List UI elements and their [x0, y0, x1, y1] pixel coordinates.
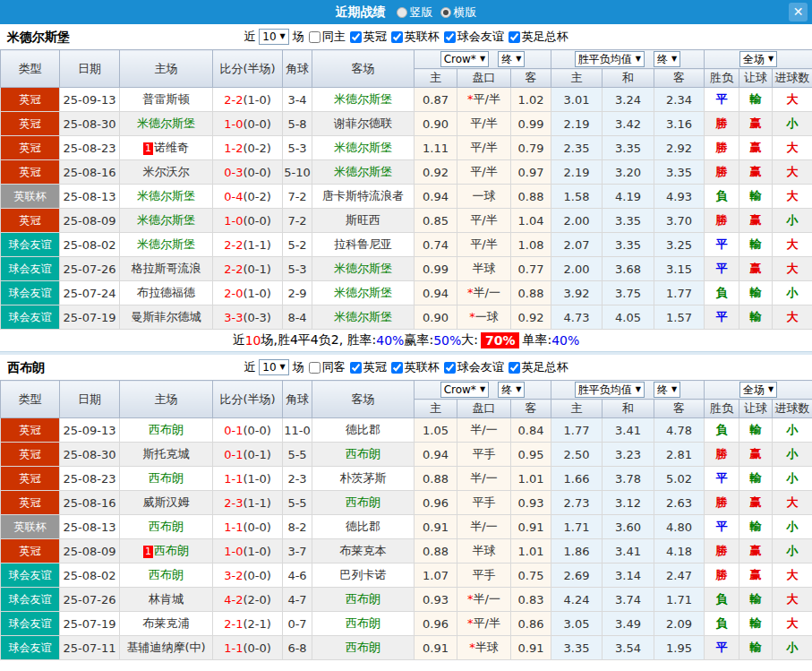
avg-home-odds: 1.58 — [551, 185, 603, 209]
avg-home-odds: 1.66 — [551, 467, 603, 491]
away-team: 德比郡 — [312, 418, 415, 443]
result-cell: 勝 — [705, 443, 739, 467]
match-row: 球会友谊25-07-24布拉德福德2-0(1-0)2-9米德尔斯堡0.94*半/… — [1, 281, 812, 305]
home-team: 米德尔斯堡 — [120, 112, 213, 136]
comp-checkbox-leaguecup[interactable] — [391, 31, 403, 43]
away-odds: 0.75 — [511, 563, 551, 588]
result-cell: 平 — [705, 305, 739, 330]
halftime-score: (0-3) — [243, 311, 270, 324]
summary-segment: 10 — [245, 333, 261, 348]
avg-draw-odds: 3.23 — [603, 443, 654, 467]
col-header-avg-home: 主 — [551, 69, 603, 88]
home-team: 西布朗 — [120, 515, 213, 539]
result-cell: 平 — [705, 233, 739, 257]
avg-away-odds: 3.70 — [654, 209, 705, 233]
scope-select-cell: 全场▼ — [705, 50, 812, 69]
result-cell: 勝 — [705, 112, 739, 136]
goals-result-cell: 小 — [773, 418, 812, 443]
summary-segment: 40% — [551, 333, 579, 348]
fulltime-score: 3-3 — [224, 311, 243, 324]
team-label: 米德尔斯堡 — [334, 92, 392, 106]
corner-score: 2-9 — [283, 281, 312, 305]
col-header-home: 主场 — [120, 50, 213, 88]
comp-checkbox-league[interactable] — [350, 31, 362, 43]
comp-checkbox-leaguecup[interactable] — [391, 362, 403, 374]
match-score: 1-1(0-0) — [213, 636, 283, 660]
avg-odds-select[interactable]: 胜平负均值▼ — [575, 382, 645, 398]
fulltime-score: 2-3 — [224, 496, 243, 510]
avg-odds-select[interactable]: 胜平负均值▼ — [575, 51, 645, 67]
corner-score: 5-3 — [283, 257, 312, 281]
odds-provider-select[interactable]: Crow*▼ — [440, 382, 489, 398]
match-count-select[interactable]: 10▼ — [259, 29, 288, 45]
goals-result-cell: 大 — [773, 305, 812, 330]
corner-score: 3-7 — [283, 539, 312, 563]
corner-score: 11-0 — [283, 418, 312, 443]
full-match-select[interactable]: 全场▼ — [739, 382, 777, 398]
near-label: 近 — [244, 29, 255, 45]
fulltime-score: 1-0 — [224, 214, 243, 228]
team-label: 基辅迪纳摩(中) — [126, 641, 205, 654]
goals-result-cell: 大 — [773, 491, 812, 515]
avg-draw-odds: 3.12 — [603, 491, 654, 515]
avg-draw-odds: 3.20 — [603, 160, 654, 185]
avg-time-select[interactable]: 终▼ — [654, 51, 680, 67]
match-score: 2-3(1-1) — [213, 491, 283, 515]
chevron-down-icon: ▼ — [671, 383, 677, 397]
handicap-result-cell: 赢 — [739, 257, 773, 281]
team-filter-bar: 西布朗 近 10▼ 场 同客 英冠 英联杯 球会友谊 英足总杯 — [0, 355, 812, 380]
handicap-line: 半/一 — [457, 467, 511, 491]
halftime-score: (0-0) — [243, 569, 270, 582]
home-team: 1西布朗 — [120, 539, 213, 563]
comp-checkbox-facup[interactable] — [509, 31, 520, 43]
goals-result-cell: 小 — [773, 443, 812, 467]
col-header-home: 主场 — [120, 381, 213, 418]
comp-checkbox-friendly[interactable] — [444, 362, 456, 374]
result-cell: 平 — [705, 467, 739, 491]
avg-time-select[interactable]: 终▼ — [654, 382, 680, 398]
comp-checkbox-facup[interactable] — [509, 362, 520, 374]
summary-segment: 50% — [433, 333, 461, 348]
league-type-badge: 英冠 — [1, 443, 60, 467]
odds-provider-select[interactable]: Crow*▼ — [440, 51, 489, 67]
away-team: 米德尔斯堡 — [312, 160, 415, 185]
match-row: 英冠25-08-091西布朗1-0(1-0)3-7布莱克本0.88半球1.011… — [1, 539, 812, 563]
close-button[interactable]: ✕ — [789, 3, 808, 22]
avg-home-odds: 3.05 — [551, 612, 603, 636]
match-date: 25-08-02 — [60, 563, 120, 588]
comp-checkbox-friendly[interactable] — [444, 31, 456, 43]
avg-away-odds: 1.57 — [654, 305, 705, 330]
fulltime-score: 1-0 — [224, 545, 243, 558]
halftime-score: (0-0) — [243, 520, 270, 534]
summary-segment: 场,胜4平4负2, 胜率: — [261, 332, 376, 348]
corner-score: 0-7 — [283, 612, 312, 636]
away-odds: 0.88 — [511, 281, 551, 305]
corner-score: 5-5 — [283, 443, 312, 467]
odds-time-select[interactable]: 终▼ — [498, 382, 525, 398]
odds-value: 半球 — [475, 641, 499, 654]
match-count-select[interactable]: 10▼ — [259, 359, 288, 375]
match-row: 英冠25-09-13西布朗0-1(0-0)11-0德比郡1.05半/一0.841… — [1, 418, 812, 443]
goals-result-cell: 小 — [773, 539, 812, 563]
team-label: 西布朗 — [346, 641, 380, 654]
same-venue-checkbox[interactable] — [309, 31, 321, 43]
odds-time-select[interactable]: 终▼ — [498, 51, 525, 67]
halftime-score: (0-2) — [243, 190, 270, 203]
away-odds: 0.92 — [511, 305, 551, 330]
league-type-badge: 英冠 — [1, 160, 60, 185]
home-odds: 1.07 — [415, 563, 457, 588]
avg-draw-odds: 3.24 — [603, 88, 654, 112]
same-venue-checkbox[interactable] — [309, 362, 321, 374]
full-match-select[interactable]: 全场▼ — [739, 51, 777, 67]
matches-table: 类型 日期 主场 比分(半场) 角球 客场 Crow*▼ 终▼ 胜平负均值▼ 终… — [0, 49, 812, 330]
away-odds: 0.93 — [511, 491, 551, 515]
summary-segment: 近 — [233, 332, 245, 348]
avg-home-odds: 4.73 — [551, 305, 603, 330]
match-score: 1-1(1-0) — [213, 467, 283, 491]
vertical-layout-radio[interactable] — [397, 7, 407, 18]
horizontal-layout-radio[interactable] — [440, 7, 451, 18]
home-odds: 0.88 — [415, 467, 457, 491]
away-team: 朴茨茅斯 — [312, 467, 415, 491]
comp-checkbox-league[interactable] — [350, 362, 362, 374]
home-odds: 0.99 — [415, 257, 457, 281]
